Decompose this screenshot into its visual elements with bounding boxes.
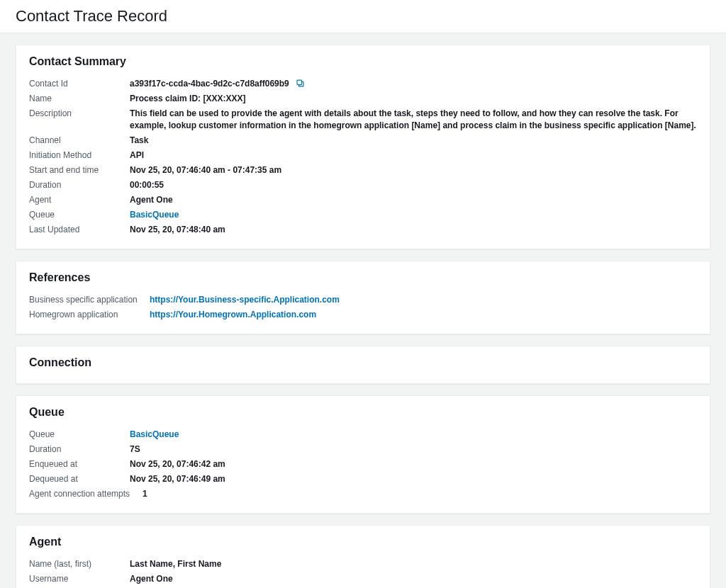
value-enqueued-at: Nov 25, 20, 07:46:42 am — [130, 458, 697, 470]
agent-panel: Agent Name (last, first) Last Name, Firs… — [16, 525, 710, 588]
contact-summary-title: Contact Summary — [29, 55, 697, 68]
label-username: Username — [29, 573, 130, 585]
value-agent: Agent One — [130, 194, 697, 206]
label-agent: Agent — [29, 194, 130, 206]
label-duration: Duration — [29, 179, 130, 191]
row-contact-id: Contact Id a393f17c-ccda-4bac-9d2c-c7d8a… — [29, 77, 697, 91]
queue-link[interactable]: BasicQueue — [130, 210, 179, 220]
value-homegrown-app: https://Your.Homegrown.Application.com — [150, 309, 697, 321]
value-queue-duration: 7S — [130, 443, 697, 456]
value-business-app: https://Your.Business-specific.Applicati… — [150, 294, 697, 306]
row-agent-name: Name (last, first) Last Name, First Name — [29, 557, 697, 572]
page-root: Contact Trace Record Contact Summary Con… — [0, 0, 726, 588]
homegrown-app-link[interactable]: https://Your.Homegrown.Application.com — [150, 310, 316, 320]
references-title: References — [29, 271, 697, 284]
row-enqueued-at: Enqueued at Nov 25, 20, 07:46:42 am — [29, 457, 697, 472]
value-contact-id-text: a393f17c-ccda-4bac-9d2c-c7d8aff069b9 — [130, 79, 289, 89]
svg-rect-1 — [297, 80, 302, 85]
contact-summary-panel: Contact Summary Contact Id a393f17c-ccda… — [16, 45, 710, 249]
row-agent: Agent Agent One — [29, 193, 697, 208]
value-dequeued-at: Nov 25, 20, 07:46:49 am — [130, 473, 697, 485]
value-agent-connection-attempts: 1 — [143, 488, 697, 500]
row-last-updated: Last Updated Nov 25, 20, 07:48:40 am — [29, 222, 697, 237]
label-homegrown-app: Homegrown application — [29, 309, 150, 321]
label-business-app: Business specific application — [29, 294, 150, 306]
row-name: Name Process claim ID: [XXX:XXX] — [29, 91, 697, 106]
value-username: Agent One — [130, 573, 697, 585]
row-queue-duration: Duration 7S — [29, 442, 697, 457]
label-channel: Channel — [29, 135, 130, 147]
label-start-end: Start and end time — [29, 164, 130, 176]
page-header: Contact Trace Record — [0, 0, 726, 33]
row-queue-queue: Queue BasicQueue — [29, 427, 697, 442]
value-channel: Task — [130, 135, 697, 147]
label-agent-name: Name (last, first) — [29, 558, 130, 570]
row-duration: Duration 00:00:55 — [29, 178, 697, 193]
label-queue: Queue — [29, 209, 130, 221]
label-enqueued-at: Enqueued at — [29, 458, 130, 470]
connection-title: Connection — [29, 356, 697, 369]
copy-icon[interactable] — [296, 79, 305, 88]
row-username: Username Agent One — [29, 572, 697, 587]
row-start-end: Start and end time Nov 25, 20, 07:46:40 … — [29, 163, 697, 178]
references-panel: References Business specific application… — [16, 261, 710, 334]
queue-queue-link[interactable]: BasicQueue — [130, 429, 179, 439]
row-description: Description This field can be used to pr… — [29, 106, 697, 133]
value-description: This field can be used to provide the ag… — [130, 108, 697, 132]
label-description: Description — [29, 108, 130, 120]
value-start-end: Nov 25, 20, 07:46:40 am - 07:47:35 am — [130, 164, 697, 176]
label-last-updated: Last Updated — [29, 224, 130, 236]
business-app-link[interactable]: https://Your.Business-specific.Applicati… — [150, 295, 340, 305]
label-queue-queue: Queue — [29, 429, 130, 441]
value-queue: BasicQueue — [130, 209, 697, 221]
row-business-app: Business specific application https://Yo… — [29, 293, 697, 307]
queue-panel: Queue Queue BasicQueue Duration 7S Enque… — [16, 395, 710, 514]
label-contact-id: Contact Id — [29, 78, 130, 90]
connection-panel: Connection — [16, 346, 710, 384]
label-name: Name — [29, 93, 130, 105]
value-last-updated: Nov 25, 20, 07:48:40 am — [130, 224, 697, 236]
value-initiation-method: API — [130, 149, 697, 162]
label-queue-duration: Duration — [29, 443, 130, 456]
value-name: Process claim ID: [XXX:XXX] — [130, 93, 697, 105]
row-channel: Channel Task — [29, 133, 697, 148]
agent-title: Agent — [29, 536, 697, 548]
label-agent-connection-attempts: Agent connection attempts — [29, 488, 143, 500]
page-title: Contact Trace Record — [16, 7, 710, 26]
value-duration: 00:00:55 — [130, 179, 697, 191]
row-dequeued-at: Dequeued at Nov 25, 20, 07:46:49 am — [29, 472, 697, 487]
row-queue: Queue BasicQueue — [29, 208, 697, 222]
row-initiation-method: Initiation Method API — [29, 148, 697, 163]
row-agent-connection-attempts: Agent connection attempts 1 — [29, 487, 697, 502]
value-agent-name: Last Name, First Name — [130, 558, 697, 570]
value-contact-id: a393f17c-ccda-4bac-9d2c-c7d8aff069b9 — [130, 78, 697, 90]
queue-title: Queue — [29, 406, 697, 419]
label-initiation-method: Initiation Method — [29, 149, 130, 162]
label-dequeued-at: Dequeued at — [29, 473, 130, 485]
row-homegrown-app: Homegrown application https://Your.Homeg… — [29, 307, 697, 322]
value-queue-queue: BasicQueue — [130, 429, 697, 441]
